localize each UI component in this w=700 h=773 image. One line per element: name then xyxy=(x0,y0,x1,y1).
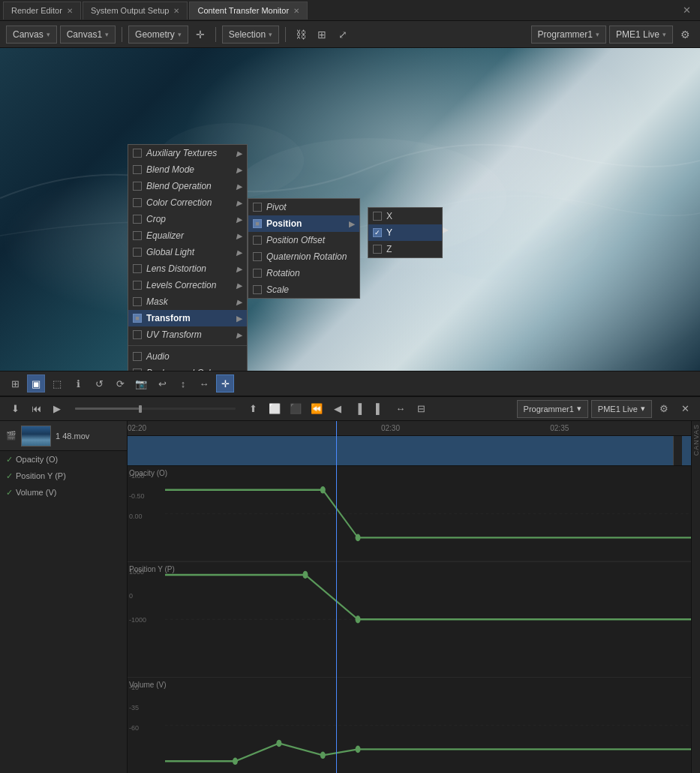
submenu-rotation[interactable]: Rotation xyxy=(248,265,359,281)
submenu-position[interactable]: ■ Position ▶ xyxy=(248,215,359,232)
window-close-icon[interactable]: ✕ xyxy=(677,5,697,16)
timeline-fit-icon[interactable]: ⬛ xyxy=(287,400,305,418)
selection-dropdown[interactable]: Selection ▾ xyxy=(222,26,279,44)
undo-icon[interactable]: ↩ xyxy=(153,374,171,393)
canvas1-arrow-icon: ▾ xyxy=(105,31,109,38)
submenu-position-offset[interactable]: Position Offset xyxy=(248,232,359,248)
refresh-icon[interactable]: ⟳ xyxy=(111,374,129,393)
selection-label: Selection xyxy=(229,29,266,40)
geometry-dropdown[interactable]: Geometry ▾ xyxy=(128,26,188,44)
vertical-icon[interactable]: ↕ xyxy=(174,374,192,393)
submenu-pivot[interactable]: Pivot xyxy=(248,199,359,215)
scrollbar-label: CANVAS xyxy=(692,421,700,459)
clip-track[interactable] xyxy=(128,436,691,466)
pme-arrow-icon: ▾ xyxy=(662,31,666,38)
tab-system-output-close[interactable]: ✕ xyxy=(173,7,179,15)
ruler-mark-mid: 02:30 xyxy=(381,424,400,432)
playback-scrubber[interactable] xyxy=(139,405,142,413)
settings-icon[interactable]: ⚙ xyxy=(676,26,694,44)
menu-item-audio-checkbox xyxy=(133,352,142,361)
menu-item-mask[interactable]: Mask ▶ xyxy=(128,293,247,310)
submenu-scale[interactable]: Scale xyxy=(248,281,359,298)
programmer-dropdown[interactable]: Programmer1 ▾ xyxy=(531,26,606,44)
menu-item-audio[interactable]: Audio xyxy=(128,348,247,365)
timeline-content: 🎬 1 48.mov ✓ Opacity (O) ✓ Position Y (P… xyxy=(0,421,700,773)
menu-item-blend-mode-checkbox xyxy=(133,165,142,174)
tab-system-output[interactable]: System Output Setup ✕ xyxy=(83,2,188,20)
timeline-align-left-icon[interactable]: ◀ xyxy=(329,400,347,418)
pme-dropdown[interactable]: PME1 Live ▾ xyxy=(609,26,673,44)
position-y-curve-section: Position Y (P) 1000 0 -1000 xyxy=(128,562,691,678)
menu-item-auxiliary[interactable]: Auxiliary Textures ▶ xyxy=(128,145,247,161)
timeline-align-right-icon[interactable]: ▌ xyxy=(371,400,389,418)
timeline-track-area: 02:20 02:30 02:35 Opacity (O) xyxy=(128,421,691,773)
menu-item-background-color[interactable]: Background Color xyxy=(128,365,247,371)
timeline-programmer-label: Programmer1 xyxy=(524,405,574,414)
volume-y-mid: -35 xyxy=(129,704,139,711)
svg-point-6 xyxy=(356,534,361,542)
menu-item-blend-operation-checkbox xyxy=(133,182,142,191)
rotate-icon[interactable]: ↺ xyxy=(90,374,108,393)
timeline-send-icon[interactable]: ⬆ xyxy=(245,400,263,418)
tab-content-transfer-close[interactable]: ✕ xyxy=(293,7,299,15)
position-z[interactable]: Z xyxy=(368,241,442,257)
tab-content-transfer[interactable]: Content Transfer Monitor ✕ xyxy=(189,2,308,20)
edit-icon[interactable]: ▣ xyxy=(27,374,45,393)
horizontal-icon[interactable]: ↔ xyxy=(195,374,213,393)
link-icon[interactable]: ⛓ xyxy=(292,26,310,44)
timeline-align-stretch-icon[interactable]: ↔ xyxy=(392,400,410,418)
menu-item-global-light-arrow: ▶ xyxy=(236,248,242,257)
menu-item-equalizer[interactable]: Equalizer ▶ xyxy=(128,227,247,244)
timeline-rewind-icon[interactable]: ⏪ xyxy=(308,400,326,418)
camera-icon[interactable]: 📷 xyxy=(132,374,150,393)
menu-item-uv-transform[interactable]: UV Transform ▶ xyxy=(128,326,247,343)
position-x[interactable]: X xyxy=(368,208,442,224)
track-scrollbar[interactable] xyxy=(673,436,682,465)
file-name: 1 48.mov xyxy=(56,432,89,441)
timeline-scrollbar[interactable]: CANVAS xyxy=(691,421,700,773)
menu-item-transform[interactable]: ■ Transform ▶ xyxy=(128,310,247,326)
timeline-ruler-icon[interactable]: ⊟ xyxy=(413,400,431,418)
timeline-close-icon[interactable]: ✕ xyxy=(676,400,694,418)
menu-item-levels-correction[interactable]: Levels Correction ▶ xyxy=(128,277,247,293)
grid-icon[interactable]: ⊞ xyxy=(313,26,331,44)
menu-item-crop[interactable]: Crop ▶ xyxy=(128,211,247,227)
select-icon[interactable]: ⬚ xyxy=(48,374,66,393)
tab-render-editor-close[interactable]: ✕ xyxy=(67,7,73,15)
timeline-play-icon[interactable]: ▶ xyxy=(48,400,66,418)
file-icon: 🎬 xyxy=(6,431,17,441)
volume-curve-section: Volume (V) -10 -35 -60 xyxy=(128,678,691,773)
timeline-align-center-icon[interactable]: ▐ xyxy=(350,400,368,418)
menu-item-levels-correction-checkbox xyxy=(133,281,142,290)
crosshair-icon[interactable]: ✛ xyxy=(216,374,234,393)
info-icon[interactable]: ℹ xyxy=(69,374,87,393)
submenu-quaternion-rotation[interactable]: Quaternion Rotation xyxy=(248,248,359,265)
menu-item-color-correction[interactable]: Color Correction ▶ xyxy=(128,194,247,211)
menu-item-global-light[interactable]: Global Light ▶ xyxy=(128,244,247,260)
tab-render-editor[interactable]: Render Editor ✕ xyxy=(3,2,81,20)
expand-icon[interactable]: ⤢ xyxy=(334,26,352,44)
opacity-curve-graph xyxy=(165,466,691,561)
menu-item-blend-mode[interactable]: Blend Mode ▶ xyxy=(128,161,247,178)
timeline-ruler: 02:20 02:30 02:35 xyxy=(128,421,691,436)
move-icon[interactable]: ✛ xyxy=(191,26,209,44)
timeline-download-icon[interactable]: ⬇ xyxy=(6,400,24,418)
timeline-settings-icon[interactable]: ⚙ xyxy=(655,400,673,418)
position-y[interactable]: ✓ Y xyxy=(368,224,442,241)
timeline-pme-arrow: ▾ xyxy=(641,404,645,414)
menu-item-lens-distortion[interactable]: Lens Distortion ▶ xyxy=(128,260,247,277)
submenu-position-arrow: ▶ xyxy=(349,220,355,228)
timeline-crop-icon[interactable]: ⬜ xyxy=(266,400,284,418)
timeline-prev-icon[interactable]: ⏮ xyxy=(27,400,45,418)
submenu-quaternion-rotation-checkbox xyxy=(253,252,262,261)
canvas-preview[interactable]: Auxiliary Textures ▶ Blend Mode ▶ Blend … xyxy=(0,48,700,371)
grid-view-icon[interactable]: ⊞ xyxy=(6,374,24,393)
timeline-programmer-dropdown[interactable]: Programmer1 ▾ xyxy=(517,400,588,418)
prop-volume-label: Volume (V) xyxy=(16,488,56,497)
canvas1-dropdown[interactable]: Canvas1 ▾ xyxy=(60,26,116,44)
menu-item-blend-operation[interactable]: Blend Operation ▶ xyxy=(128,178,247,194)
canvas-dropdown[interactable]: Canvas ▾ xyxy=(6,26,57,44)
timeline-pme-dropdown[interactable]: PME1 Live ▾ xyxy=(591,400,652,418)
position-z-checkbox xyxy=(373,245,382,254)
canvas-bottom-toolbar: ⊞ ▣ ⬚ ℹ ↺ ⟳ 📷 ↩ ↕ ↔ ✛ xyxy=(0,371,700,396)
